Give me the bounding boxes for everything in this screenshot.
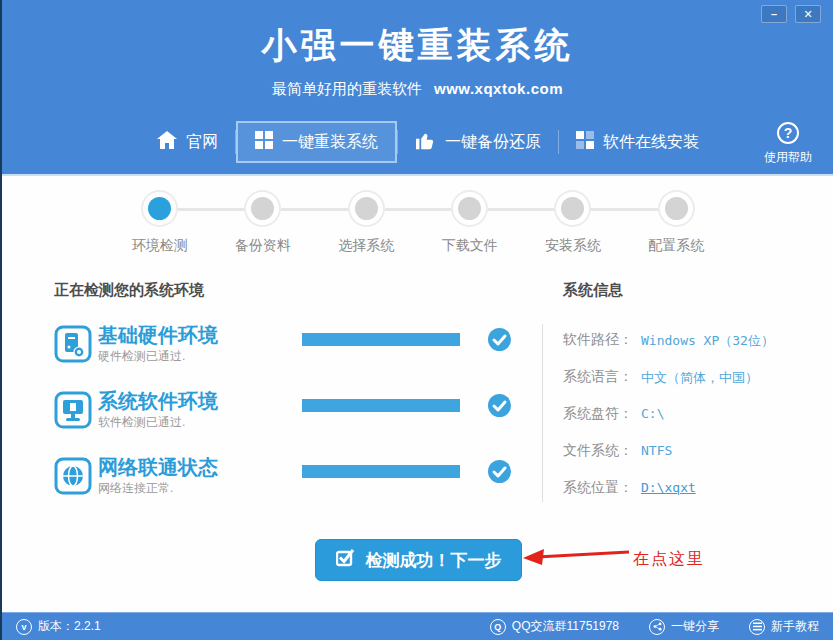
tab-backup-restore[interactable]: 一键备份还原 xyxy=(398,121,558,163)
version-label: 版本：2.2.1 xyxy=(38,618,101,635)
question-icon: ? xyxy=(777,122,799,144)
item-status: 网络连接正常. xyxy=(98,480,173,497)
tab-label: 一键备份还原 xyxy=(445,132,541,153)
step-dot xyxy=(665,197,688,220)
version-info: v 版本：2.2.1 xyxy=(16,618,101,635)
step-choose-system: 选择系统 xyxy=(315,188,418,255)
footer-bar: v 版本：2.2.1 Q QQ交流群11751978 一键分享 新手教程 xyxy=(2,612,833,640)
item-status: 硬件检测已通过. xyxy=(98,348,185,365)
step-backup: 备份资料 xyxy=(211,188,314,255)
step-dot xyxy=(561,197,584,220)
progress-bar xyxy=(302,333,460,346)
item-title: 网络联通状态 xyxy=(98,454,218,481)
next-step-label: 检测成功！下一步 xyxy=(366,549,502,572)
share-button[interactable]: 一键分享 xyxy=(649,618,719,635)
check-icon xyxy=(488,460,511,487)
detection-heading: 正在检测您的系统环境 xyxy=(54,281,204,300)
help-button[interactable]: ? 使用帮助 xyxy=(755,122,821,166)
info-label: 系统盘符： xyxy=(563,405,641,442)
panel-divider xyxy=(542,324,543,502)
check-icon xyxy=(488,394,511,421)
info-row-system-location: 系统位置： D:\xqxt xyxy=(563,479,774,516)
book-icon xyxy=(749,619,765,635)
info-row-system-language: 系统语言： 中文（简体，中国） xyxy=(563,368,774,405)
progress-bar xyxy=(302,465,460,478)
titlebar-controls: – ✕ xyxy=(761,5,821,23)
qq-group-link[interactable]: Q QQ交流群11751978 xyxy=(490,618,619,635)
help-label: 使用帮助 xyxy=(755,149,821,166)
tab-reinstall-system[interactable]: 一键重装系统 xyxy=(236,121,397,163)
check-icon xyxy=(488,328,511,355)
step-progress: 环境检测 备份资料 选择系统 下载文件 安装系统 配置系统 xyxy=(108,188,728,255)
software-icon xyxy=(54,391,92,433)
website-url: www.xqxtok.com xyxy=(434,80,563,97)
progress-bar xyxy=(302,399,460,412)
info-value: Windows XP（32位） xyxy=(641,331,774,368)
item-title: 系统软件环境 xyxy=(98,388,218,415)
step-label: 备份资料 xyxy=(235,237,291,255)
share-label: 一键分享 xyxy=(671,618,719,635)
qq-group-label: QQ交流群11751978 xyxy=(512,618,619,635)
thumb-icon xyxy=(415,131,436,154)
detection-item-network: 网络联通状态 网络连接正常. xyxy=(54,457,524,503)
close-button[interactable]: ✕ xyxy=(795,5,821,23)
item-status: 软件检测已通过. xyxy=(98,414,185,431)
home-icon xyxy=(157,131,177,153)
step-dot xyxy=(251,197,274,220)
info-value: C:\ xyxy=(641,405,664,442)
app-subtitle: 最简单好用的重装软件www.xqxtok.com xyxy=(2,80,833,99)
checkbox-check-icon xyxy=(336,548,356,572)
system-info-list: 软件路径： Windows XP（32位） 系统语言： 中文（简体，中国） 系统… xyxy=(563,331,774,516)
app-window: – ✕ 小强一键重装系统 最简单好用的重装软件www.xqxtok.com 官网… xyxy=(0,0,833,640)
grid-icon xyxy=(576,131,594,153)
step-label: 选择系统 xyxy=(338,237,394,255)
step-install: 安装系统 xyxy=(521,188,624,255)
step-label: 环境检测 xyxy=(132,237,188,255)
qq-icon: Q xyxy=(490,619,506,635)
info-row-file-system: 文件系统： NTFS xyxy=(563,442,774,479)
detection-item-hardware: 基础硬件环境 硬件检测已通过. xyxy=(54,325,524,371)
subtitle-text: 最简单好用的重装软件 xyxy=(272,80,422,97)
system-location-link[interactable]: D:\xqxt xyxy=(641,479,696,516)
detection-item-software: 系统软件环境 软件检测已通过. xyxy=(54,391,524,437)
info-label: 系统语言： xyxy=(563,368,641,405)
tab-official-site[interactable]: 官网 xyxy=(140,121,235,163)
nav-bar: 官网 一键重装系统 一键备份还原 软件在线安装 xyxy=(140,121,716,163)
step-configure: 配置系统 xyxy=(625,188,728,255)
step-dot-active xyxy=(148,197,171,220)
info-value: NTFS xyxy=(641,442,672,479)
hardware-icon xyxy=(54,325,92,367)
red-arrow-annotation xyxy=(523,546,629,570)
minimize-button[interactable]: – xyxy=(761,5,787,23)
tab-label: 软件在线安装 xyxy=(603,132,699,153)
step-label: 配置系统 xyxy=(648,237,704,255)
next-step-button[interactable]: 检测成功！下一步 xyxy=(315,539,522,581)
info-row-system-drive: 系统盘符： C:\ xyxy=(563,405,774,442)
step-label: 下载文件 xyxy=(442,237,498,255)
info-row-software-path: 软件路径： Windows XP（32位） xyxy=(563,331,774,368)
info-label: 文件系统： xyxy=(563,442,641,479)
step-dot xyxy=(458,197,481,220)
step-label: 安装系统 xyxy=(545,237,601,255)
tab-online-install[interactable]: 软件在线安装 xyxy=(559,121,716,163)
step-download: 下载文件 xyxy=(418,188,521,255)
item-title: 基础硬件环境 xyxy=(98,322,218,349)
network-icon xyxy=(54,457,92,499)
version-icon: v xyxy=(16,619,32,635)
app-title: 小强一键重装系统 xyxy=(2,22,833,69)
share-icon xyxy=(649,619,665,635)
tab-label: 一键重装系统 xyxy=(282,132,378,153)
system-info-heading: 系统信息 xyxy=(563,281,623,300)
tutorial-button[interactable]: 新手教程 xyxy=(749,618,819,635)
annotation-text: 在点这里 xyxy=(633,549,705,570)
tab-label: 官网 xyxy=(186,132,218,153)
info-value: 中文（简体，中国） xyxy=(641,368,758,405)
info-label: 软件路径： xyxy=(563,331,641,368)
tutorial-label: 新手教程 xyxy=(771,618,819,635)
windows-icon xyxy=(255,131,273,153)
info-label: 系统位置： xyxy=(563,479,641,516)
header: – ✕ 小强一键重装系统 最简单好用的重装软件www.xqxtok.com 官网… xyxy=(2,0,833,176)
step-dot xyxy=(355,197,378,220)
step-env-check: 环境检测 xyxy=(108,188,211,255)
